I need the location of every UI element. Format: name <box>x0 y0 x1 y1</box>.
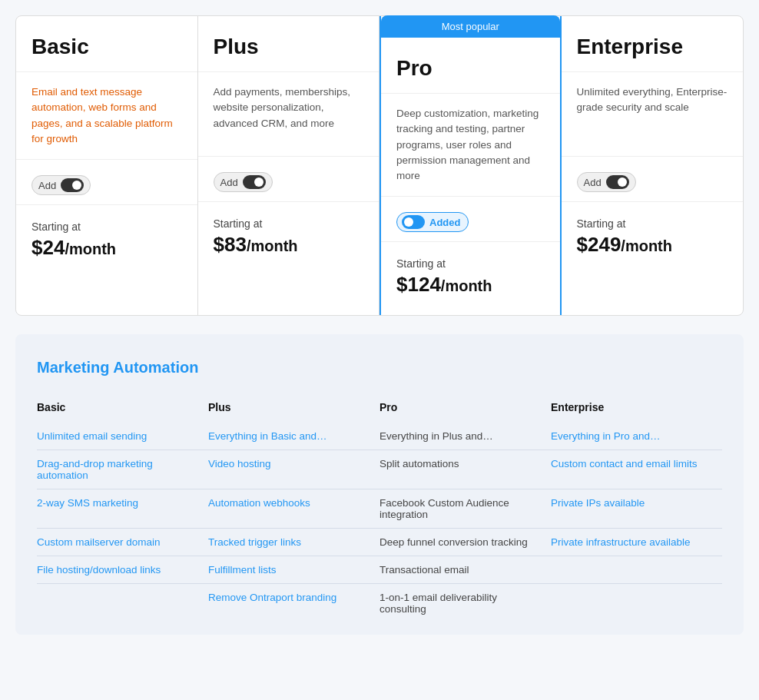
plan-basic-period: /month <box>65 241 116 257</box>
table-cell: 1-on-1 email deliverability consulting <box>380 584 551 623</box>
plan-enterprise-toggle-label: Add <box>584 177 602 188</box>
pricing-grid: Basic Email and text message automation,… <box>16 16 743 315</box>
plan-basic-header: Basic <box>16 16 197 72</box>
plan-enterprise: Enterprise Unlimited everything, Enterpr… <box>562 16 744 315</box>
plan-enterprise-toggle-area: Add <box>562 157 744 202</box>
plan-enterprise-price: $249/month <box>577 233 728 257</box>
most-popular-badge: Most popular <box>381 15 560 38</box>
plan-plus-price-area: Starting at $83/month <box>198 202 380 275</box>
table-cell: Private infrastructure available <box>551 529 722 556</box>
plan-pro-toggle-row: Added <box>396 212 545 232</box>
plan-enterprise-starting-at: Starting at <box>577 217 728 230</box>
plan-enterprise-toggle-knob <box>606 175 629 189</box>
plan-pro-amount: $124 <box>396 273 441 296</box>
plan-plus-toggle-area: Add <box>198 157 380 202</box>
plan-pro-toggle-area: Added <box>381 197 560 242</box>
plan-enterprise-toggle[interactable]: Add <box>577 172 636 192</box>
pricing-cards: Basic Email and text message automation,… <box>15 15 744 316</box>
plan-basic-desc: Email and text message automation, web f… <box>16 72 197 160</box>
features-table: Basic Plus Pro Enterprise Unlimited emai… <box>37 395 722 622</box>
features-section: Marketing Automation Basic Plus Pro Ente… <box>15 334 744 635</box>
plan-basic-name: Basic <box>31 35 182 59</box>
plan-pro-toggle-knob <box>402 215 425 229</box>
plan-plus-desc: Add payments, memberships, website perso… <box>198 72 380 157</box>
plan-basic-toggle-row: Add <box>31 175 182 195</box>
table-cell: Drag-and-drop marketing automation <box>37 450 208 489</box>
features-header-row: Basic Plus Pro Enterprise <box>37 395 722 423</box>
plan-pro-toggle[interactable]: Added <box>396 212 469 232</box>
table-cell: Split automations <box>380 450 551 489</box>
table-cell: Fulfillment lists <box>208 556 380 584</box>
plan-plus-header: Plus <box>198 16 380 72</box>
plan-plus-toggle-row: Add <box>214 172 364 192</box>
table-row: 2-way SMS marketingAutomation webhooksFa… <box>37 489 722 529</box>
plan-pro: Most popular Pro Deep customization, mar… <box>380 16 562 315</box>
table-cell: Remove Ontraport branding <box>208 584 380 623</box>
table-cell: Everything in Pro and… <box>551 423 722 450</box>
table-row: Drag-and-drop marketing automationVideo … <box>37 450 722 489</box>
plan-pro-starting-at: Starting at <box>396 257 545 270</box>
table-cell: Everything in Plus and… <box>380 423 551 450</box>
plan-pro-period: /month <box>441 277 492 294</box>
col-header-plus: Plus <box>208 395 380 423</box>
plan-enterprise-header: Enterprise <box>562 16 744 72</box>
table-cell: Automation webhooks <box>208 489 380 529</box>
plan-pro-name: Pro <box>396 56 545 81</box>
table-cell <box>551 584 722 623</box>
col-header-pro: Pro <box>380 395 551 423</box>
col-header-enterprise: Enterprise <box>551 395 722 423</box>
features-title: Marketing Automation <box>37 359 722 377</box>
plan-pro-price-area: Starting at $124/month <box>381 242 560 315</box>
plan-basic-toggle-label: Add <box>38 180 56 191</box>
plan-plus-toggle-label: Add <box>220 177 238 188</box>
plan-enterprise-toggle-row: Add <box>577 172 728 192</box>
plan-pro-header: Pro <box>381 38 560 94</box>
table-cell: Transactional email <box>380 556 551 584</box>
col-header-basic: Basic <box>37 395 208 423</box>
table-cell: Private IPs available <box>551 489 722 529</box>
plan-basic-toggle-area: Add <box>16 160 197 205</box>
table-cell: File hosting/download links <box>37 556 208 584</box>
plan-plus-toggle-knob <box>243 175 266 189</box>
plan-pro-desc: Deep customization, marketing tracking a… <box>381 94 560 197</box>
table-cell: Facebook Custom Audience integration <box>380 489 551 529</box>
plan-basic-amount: $24 <box>31 236 65 259</box>
table-cell: 2-way SMS marketing <box>37 489 208 529</box>
plan-enterprise-name: Enterprise <box>577 35 728 59</box>
table-row: Unlimited email sendingEverything in Bas… <box>37 423 722 450</box>
plan-plus-starting-at: Starting at <box>214 217 364 230</box>
plan-basic-starting-at: Starting at <box>31 221 182 233</box>
plan-basic-price: $24/month <box>31 236 182 260</box>
table-row: Custom mailserver domainTracked trigger … <box>37 529 722 556</box>
table-row: File hosting/download linksFulfillment l… <box>37 556 722 584</box>
plan-basic: Basic Email and text message automation,… <box>16 16 198 315</box>
table-cell: Custom contact and email limits <box>551 450 722 489</box>
table-cell: Deep funnel conversion tracking <box>380 529 551 556</box>
plan-plus-price: $83/month <box>214 233 364 257</box>
plan-enterprise-amount: $249 <box>577 233 621 256</box>
plan-basic-toggle[interactable]: Add <box>31 175 91 195</box>
table-cell <box>551 556 722 584</box>
table-row: Remove Ontraport branding1-on-1 email de… <box>37 584 722 623</box>
table-cell: Custom mailserver domain <box>37 529 208 556</box>
plan-pro-toggle-label: Added <box>429 217 460 228</box>
plan-enterprise-desc: Unlimited everything, Enterprise-grade s… <box>562 72 744 157</box>
plan-plus-amount: $83 <box>214 233 247 256</box>
plan-plus-toggle[interactable]: Add <box>214 172 273 192</box>
table-cell <box>37 584 208 623</box>
table-cell: Tracked trigger links <box>208 529 380 556</box>
plan-pro-price: $124/month <box>396 273 545 297</box>
table-cell: Everything in Basic and… <box>208 423 380 450</box>
plan-basic-toggle-knob <box>61 178 84 192</box>
plan-basic-price-area: Starting at $24/month <box>16 205 197 278</box>
plan-enterprise-period: /month <box>621 237 672 254</box>
plan-plus-name: Plus <box>214 35 364 59</box>
table-cell: Unlimited email sending <box>37 423 208 450</box>
plan-plus-period: /month <box>247 237 298 254</box>
plan-plus: Plus Add payments, memberships, website … <box>198 16 380 315</box>
table-cell: Video hosting <box>208 450 380 489</box>
plan-enterprise-price-area: Starting at $249/month <box>562 202 744 275</box>
